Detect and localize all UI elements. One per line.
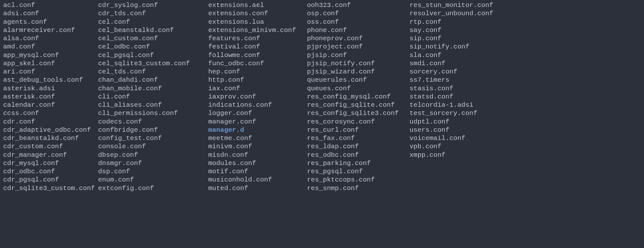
file-entry: features.conf [208,35,307,43]
file-entry: iax.conf [208,85,307,93]
file-entry: res_config_sqlite3.conf [307,109,410,118]
file-entry: cdr_odbc.conf [3,168,98,176]
file-entry: dbsep.conf [98,151,208,159]
file-entry: extensions.conf [208,10,307,18]
file-entry: test_sorcery.conf [410,109,512,118]
file-entry: meetme.conf [208,134,307,143]
file-entry: sorcery.conf [410,68,512,76]
file-entry: indications.conf [208,101,307,109]
file-entry: asterisk.adsi [3,85,98,93]
file-entry: resolver_unbound.conf [410,10,512,18]
file-entry: udptl.conf [410,118,512,126]
file-entry: extensions.ael [208,1,307,10]
file-entry: res_odbc.conf [307,151,410,159]
file-entry: res_snmp.conf [307,184,410,193]
file-entry: ss7.timers [410,76,512,84]
file-entry: cel_tds.conf [98,68,208,76]
file-entry: manager.conf [208,118,307,126]
file-entry: app_mysql.conf [3,51,98,60]
file-entry: users.conf [410,126,512,134]
file-entry: cel.conf [98,18,208,26]
file-entry: telcordia-1.adsi [410,101,512,109]
file-entry: musiconhold.conf [208,176,307,184]
file-entry: ari.conf [3,68,98,76]
file-entry: modules.conf [208,159,307,168]
file-entry: pjproject.conf [307,43,410,51]
file-entry: sip.conf [410,35,512,43]
file-entry: dsp.conf [98,168,208,176]
file-entry: ccss.conf [3,109,98,118]
directory-entry: manager.d [208,126,307,134]
file-entry: alsa.conf [3,35,98,43]
listing-column: ooh323.confosp.confoss.confphone.confpho… [307,1,410,193]
file-entry: sla.conf [410,51,512,60]
file-entry: oss.conf [307,18,410,26]
file-entry: cdr_adaptive_odbc.conf [3,126,98,134]
file-entry: res_pktccops.conf [307,176,410,184]
file-entry: cli.conf [98,93,208,101]
file-entry: cdr_mysql.conf [3,159,98,168]
file-entry: chan_dahdi.conf [98,76,208,84]
file-entry: minivm.conf [208,143,307,151]
file-entry: logger.conf [208,109,307,118]
file-entry: http.conf [208,76,307,84]
file-entry: res_config_mysql.conf [307,93,410,101]
file-entry: res_corosync.conf [307,118,410,126]
file-entry: extensions_minivm.conf [208,26,307,35]
file-entry: phoneprov.conf [307,35,410,43]
file-entry: cdr_syslog.conf [98,1,208,10]
file-entry: cdr_tds.conf [98,10,208,18]
file-entry: cel_odbc.conf [98,43,208,51]
file-entry: misdn.conf [208,151,307,159]
file-entry: res_pgsql.conf [307,168,410,176]
file-entry: dnsmgr.conf [98,159,208,168]
file-entry: confbridge.conf [98,126,208,134]
listing-column: acl.confadsi.confagents.confalarmreceive… [3,1,98,193]
file-entry: cel_sqlite3_custom.conf [98,60,208,68]
file-entry: cdr_manager.conf [3,151,98,159]
file-entry: rtp.conf [410,18,512,26]
file-entry: festival.conf [208,43,307,51]
file-entry: amd.conf [3,43,98,51]
file-entry: res_config_sqlite.conf [307,101,410,109]
file-entry: stasis.conf [410,85,512,93]
directory-listing: acl.confadsi.confagents.confalarmreceive… [3,1,641,193]
file-entry: statsd.conf [410,93,512,101]
file-entry: cel_beanstalkd.conf [98,26,208,35]
listing-column: cdr_syslog.confcdr_tds.confcel.confcel_b… [98,1,208,193]
file-entry: queuerules.conf [307,76,410,84]
file-entry: voicemail.conf [410,134,512,143]
file-entry: phone.conf [307,26,410,35]
file-entry: app_skel.conf [3,60,98,68]
file-entry: muted.conf [208,184,307,193]
file-entry: sip_notify.conf [410,43,512,51]
file-entry: extconfig.conf [98,184,208,193]
file-entry: cdr_sqlite3_custom.conf [3,184,98,193]
file-entry: pjsip_wizard.conf [307,68,410,76]
file-entry: res_parking.conf [307,159,410,168]
file-entry: queues.conf [307,85,410,93]
file-entry: cdr_pgsql.conf [3,176,98,184]
file-entry: adsi.conf [3,10,98,18]
file-entry: config_test.conf [98,134,208,143]
file-entry: pjsip.conf [307,51,410,60]
file-entry: iaxprov.conf [208,93,307,101]
file-entry: chan_mobile.conf [98,85,208,93]
file-entry: acl.conf [3,1,98,10]
file-entry: ast_debug_tools.conf [3,76,98,84]
file-entry: cdr_custom.conf [3,143,98,151]
listing-column: extensions.aelextensions.confextensions.… [208,1,307,193]
file-entry: smdi.conf [410,60,512,68]
file-entry: extensions.lua [208,18,307,26]
file-entry: res_fax.conf [307,134,410,143]
file-entry: osp.conf [307,10,410,18]
file-entry: alarmreceiver.conf [3,26,98,35]
file-entry: ooh323.conf [307,1,410,10]
file-entry: cli_permissions.conf [98,109,208,118]
file-entry: res_curl.conf [307,126,410,134]
file-entry: calendar.conf [3,101,98,109]
file-entry: vpb.conf [410,143,512,151]
file-entry: followme.conf [208,51,307,60]
listing-column: res_stun_monitor.confresolver_unbound.co… [410,1,512,193]
file-entry: enum.conf [98,176,208,184]
